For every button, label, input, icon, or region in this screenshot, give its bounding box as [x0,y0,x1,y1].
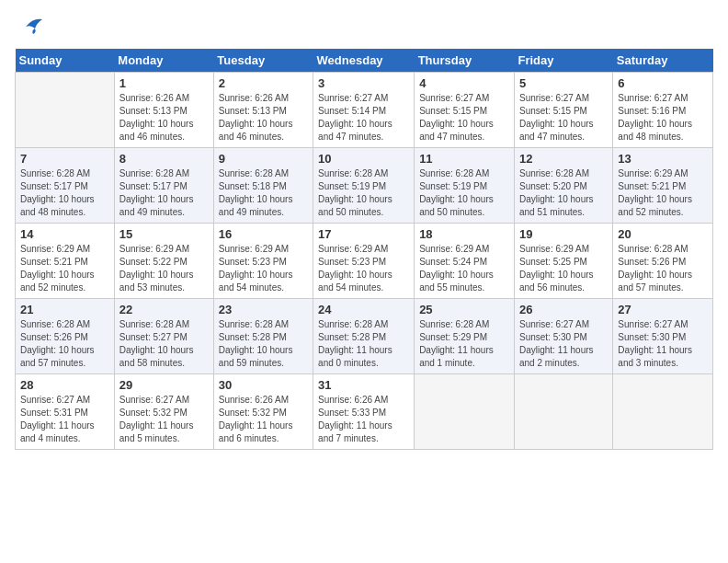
calendar-week-row: 28Sunrise: 6:27 AM Sunset: 5:31 PM Dayli… [16,374,713,450]
day-info: Sunrise: 6:28 AM Sunset: 5:17 PM Dayligh… [119,167,209,219]
day-info: Sunrise: 6:28 AM Sunset: 5:19 PM Dayligh… [419,167,509,219]
day-number: 21 [20,303,109,316]
day-info: Sunrise: 6:29 AM Sunset: 5:21 PM Dayligh… [20,243,109,294]
day-info: Sunrise: 6:28 AM Sunset: 5:26 PM Dayligh… [20,318,109,370]
calendar-cell: 24Sunrise: 6:28 AM Sunset: 5:28 PM Dayli… [313,299,415,374]
day-info: Sunrise: 6:28 AM Sunset: 5:17 PM Dayligh… [20,167,109,219]
day-number: 30 [219,378,308,392]
calendar-cell: 19Sunrise: 6:29 AM Sunset: 5:25 PM Dayli… [514,224,612,299]
day-number: 4 [419,76,509,90]
day-info: Sunrise: 6:27 AM Sunset: 5:15 PM Dayligh… [419,92,509,144]
day-info: Sunrise: 6:28 AM Sunset: 5:19 PM Dayligh… [318,167,409,219]
page-header [15,15,713,38]
day-number: 19 [519,227,608,241]
day-number: 6 [618,76,708,90]
day-info: Sunrise: 6:29 AM Sunset: 5:23 PM Dayligh… [318,243,409,294]
calendar-cell: 3Sunrise: 6:27 AM Sunset: 5:14 PM Daylig… [313,73,415,148]
day-number: 3 [318,76,409,90]
calendar-cell: 30Sunrise: 6:26 AM Sunset: 5:32 PM Dayli… [213,374,313,450]
day-number: 7 [20,152,109,166]
calendar-week-row: 14Sunrise: 6:29 AM Sunset: 5:21 PM Dayli… [16,224,713,299]
calendar-cell [613,374,713,450]
calendar-cell: 21Sunrise: 6:28 AM Sunset: 5:26 PM Dayli… [16,299,115,374]
day-info: Sunrise: 6:27 AM Sunset: 5:30 PM Dayligh… [519,318,608,370]
day-number: 13 [618,152,708,166]
day-info: Sunrise: 6:29 AM Sunset: 5:21 PM Dayligh… [618,167,708,219]
day-number: 14 [20,227,109,241]
day-number: 1 [119,76,209,90]
calendar-cell: 27Sunrise: 6:27 AM Sunset: 5:30 PM Dayli… [613,299,713,374]
calendar-week-row: 1Sunrise: 6:26 AM Sunset: 5:13 PM Daylig… [16,73,713,148]
day-info: Sunrise: 6:27 AM Sunset: 5:31 PM Dayligh… [20,394,109,445]
day-info: Sunrise: 6:28 AM Sunset: 5:26 PM Dayligh… [618,243,708,294]
calendar-cell: 2Sunrise: 6:26 AM Sunset: 5:13 PM Daylig… [213,73,313,148]
day-info: Sunrise: 6:28 AM Sunset: 5:20 PM Dayligh… [519,167,608,219]
day-info: Sunrise: 6:26 AM Sunset: 5:13 PM Dayligh… [219,92,308,144]
day-number: 20 [618,227,708,241]
day-info: Sunrise: 6:27 AM Sunset: 5:16 PM Dayligh… [618,92,708,144]
calendar-cell [16,73,115,148]
day-number: 10 [318,152,409,166]
day-info: Sunrise: 6:27 AM Sunset: 5:30 PM Dayligh… [618,318,708,370]
day-number: 25 [419,303,509,316]
day-number: 2 [219,76,308,90]
day-number: 8 [119,152,209,166]
calendar-cell: 10Sunrise: 6:28 AM Sunset: 5:19 PM Dayli… [313,148,415,224]
calendar-cell [514,374,612,450]
calendar-cell [415,374,515,450]
day-info: Sunrise: 6:29 AM Sunset: 5:25 PM Dayligh… [519,243,608,294]
calendar-cell: 25Sunrise: 6:28 AM Sunset: 5:29 PM Dayli… [415,299,515,374]
day-info: Sunrise: 6:28 AM Sunset: 5:28 PM Dayligh… [318,318,409,370]
calendar-cell: 7Sunrise: 6:28 AM Sunset: 5:17 PM Daylig… [16,148,115,224]
day-info: Sunrise: 6:26 AM Sunset: 5:32 PM Dayligh… [219,394,308,445]
day-info: Sunrise: 6:28 AM Sunset: 5:18 PM Dayligh… [219,167,308,219]
logo-bird-icon [17,16,44,38]
day-number: 12 [519,152,608,166]
header-monday: Monday [114,49,213,73]
calendar-cell: 28Sunrise: 6:27 AM Sunset: 5:31 PM Dayli… [16,374,115,450]
calendar-cell: 5Sunrise: 6:27 AM Sunset: 5:15 PM Daylig… [514,73,612,148]
calendar-cell: 16Sunrise: 6:29 AM Sunset: 5:23 PM Dayli… [213,224,313,299]
calendar-cell: 13Sunrise: 6:29 AM Sunset: 5:21 PM Dayli… [613,148,713,224]
calendar-cell: 4Sunrise: 6:27 AM Sunset: 5:15 PM Daylig… [415,73,515,148]
calendar-cell: 22Sunrise: 6:28 AM Sunset: 5:27 PM Dayli… [114,299,213,374]
day-number: 23 [219,303,308,316]
day-info: Sunrise: 6:29 AM Sunset: 5:24 PM Dayligh… [419,243,509,294]
day-info: Sunrise: 6:26 AM Sunset: 5:33 PM Dayligh… [318,394,409,445]
calendar-header-row: SundayMondayTuesdayWednesdayThursdayFrid… [16,49,713,73]
logo [15,15,48,38]
day-number: 28 [20,378,109,392]
day-number: 16 [219,227,308,241]
calendar-cell: 1Sunrise: 6:26 AM Sunset: 5:13 PM Daylig… [114,73,213,148]
day-info: Sunrise: 6:29 AM Sunset: 5:22 PM Dayligh… [119,243,209,294]
day-number: 29 [119,378,209,392]
calendar-cell: 18Sunrise: 6:29 AM Sunset: 5:24 PM Dayli… [415,224,515,299]
day-number: 31 [318,378,409,392]
calendar-cell: 17Sunrise: 6:29 AM Sunset: 5:23 PM Dayli… [313,224,415,299]
day-number: 22 [119,303,209,316]
header-wednesday: Wednesday [313,49,415,73]
calendar-week-row: 21Sunrise: 6:28 AM Sunset: 5:26 PM Dayli… [16,299,713,374]
calendar-cell: 12Sunrise: 6:28 AM Sunset: 5:20 PM Dayli… [514,148,612,224]
calendar-cell: 11Sunrise: 6:28 AM Sunset: 5:19 PM Dayli… [415,148,515,224]
calendar-cell: 29Sunrise: 6:27 AM Sunset: 5:32 PM Dayli… [114,374,213,450]
header-saturday: Saturday [613,49,713,73]
day-info: Sunrise: 6:28 AM Sunset: 5:27 PM Dayligh… [119,318,209,370]
day-number: 27 [618,303,708,316]
day-info: Sunrise: 6:28 AM Sunset: 5:28 PM Dayligh… [219,318,308,370]
calendar-cell: 14Sunrise: 6:29 AM Sunset: 5:21 PM Dayli… [16,224,115,299]
calendar-cell: 6Sunrise: 6:27 AM Sunset: 5:16 PM Daylig… [613,73,713,148]
header-tuesday: Tuesday [213,49,313,73]
day-number: 24 [318,303,409,316]
calendar-table: SundayMondayTuesdayWednesdayThursdayFrid… [15,49,713,450]
day-info: Sunrise: 6:27 AM Sunset: 5:14 PM Dayligh… [318,92,409,144]
day-info: Sunrise: 6:27 AM Sunset: 5:15 PM Dayligh… [519,92,608,144]
header-thursday: Thursday [415,49,515,73]
header-friday: Friday [514,49,612,73]
day-number: 5 [519,76,608,90]
day-number: 17 [318,227,409,241]
day-info: Sunrise: 6:26 AM Sunset: 5:13 PM Dayligh… [119,92,209,144]
calendar-cell: 9Sunrise: 6:28 AM Sunset: 5:18 PM Daylig… [213,148,313,224]
calendar-cell: 8Sunrise: 6:28 AM Sunset: 5:17 PM Daylig… [114,148,213,224]
day-number: 26 [519,303,608,316]
